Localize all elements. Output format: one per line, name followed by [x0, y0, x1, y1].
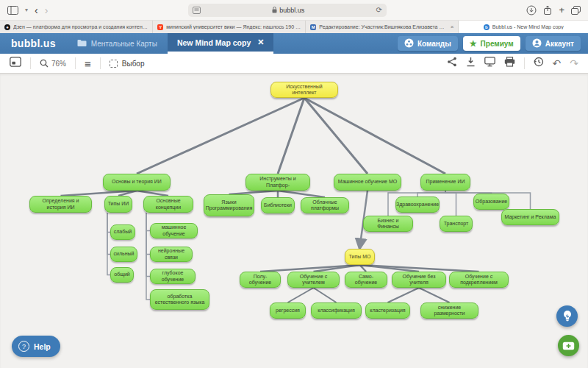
mindmap-edges	[0, 74, 588, 368]
dzen-favicon: ●	[4, 24, 10, 30]
mindmap-node-koncepcii[interactable]: Основные концепции	[143, 196, 193, 213]
help-button[interactable]: ? Help	[12, 336, 60, 357]
mindmap-node-podkrep[interactable]: Обучение с подкреплением	[449, 272, 509, 288]
edge-primenenie-zdravo	[417, 191, 445, 197]
account-icon	[532, 38, 542, 49]
refresh-icon[interactable]: ⟳	[376, 6, 382, 14]
document-tab[interactable]: New Mind Map copy ✕	[168, 33, 274, 54]
share-icon[interactable]	[543, 5, 552, 15]
zoom-control[interactable]: 76%	[40, 59, 66, 68]
browser-tab-yandex[interactable]: Y мининский университет вики — Яндекс: н…	[153, 21, 306, 33]
mindmap-node-osnovy[interactable]: Основы и теория ИИ	[103, 174, 171, 191]
tab-label: мининский университет вики — Яндекс: наш…	[166, 24, 301, 29]
mindmap-node-s_uchitelem[interactable]: Обучение с учителем	[287, 272, 340, 288]
editor-toolbar: 76% ≡ Выбор ↶ ↷	[0, 54, 588, 74]
mindmap-node-instrumenty[interactable]: Инструменты и Платфор-	[245, 174, 310, 191]
account-button[interactable]: Аккаунт	[526, 36, 581, 51]
question-mark-icon: ?	[18, 341, 29, 352]
mindmap-node-marketing[interactable]: Маркетинг и Реклама	[501, 209, 559, 225]
teams-icon	[404, 38, 414, 49]
new-tab-icon[interactable]: +	[559, 5, 564, 15]
mind-maps-nav[interactable]: Ментальные Карты	[67, 33, 168, 54]
download-icon[interactable]	[466, 57, 476, 70]
zoom-level: 76%	[51, 60, 66, 68]
edge-tipy_mo-podkrep	[360, 265, 479, 272]
lightbulb-icon	[562, 310, 573, 322]
add-node-button[interactable]	[558, 335, 579, 356]
mindmap-node-klassif[interactable]: классификация	[311, 302, 362, 319]
mindmap-node-mo[interactable]: Машинное обучение МО	[334, 174, 401, 191]
mindmap-node-regressiya[interactable]: регрессия	[270, 302, 306, 319]
mindmap-node-mash_obuch[interactable]: машинное обучение	[150, 223, 198, 238]
mindmap-node-obrabotka[interactable]: обработка естественного языка	[150, 289, 209, 310]
mindmap-node-zdravo[interactable]: Здравоохранение	[395, 197, 440, 213]
mindmap-node-snizhenie[interactable]: снижение размерности	[420, 302, 478, 319]
mindmap-node-tipy_mo[interactable]: Типы МО	[345, 249, 375, 265]
mindmap-node-polu[interactable]: Полу-обучение	[240, 272, 281, 288]
header-spacer	[273, 33, 397, 54]
undo-icon[interactable]: ↶	[553, 58, 562, 68]
mindmap-node-transport[interactable]: Транспорт	[440, 216, 473, 232]
edge-tipy_mo-polu	[260, 265, 360, 272]
present-icon[interactable]	[484, 57, 495, 70]
edge-s_uchitelem-regressiya	[288, 288, 314, 302]
document-close-icon[interactable]: ✕	[257, 38, 264, 47]
mindmap-node-primenenie[interactable]: Применение ИИ	[420, 174, 470, 191]
tips-button[interactable]	[556, 305, 578, 327]
mindmap-node-tipy_ii[interactable]: Типы ИИ	[104, 196, 132, 213]
mindmap-node-opredeleniya[interactable]: Определения и история ИИ	[29, 196, 92, 213]
document-tab-label: New Mind Map copy	[177, 38, 251, 47]
premium-label: Премиум	[481, 40, 514, 48]
fit-screen-icon[interactable]	[10, 57, 21, 70]
app-logo[interactable]: bubbl.us	[0, 33, 67, 54]
edge-bez_uch-snizhenie	[419, 288, 450, 302]
edge-root-primenenie	[304, 98, 445, 174]
forward-button[interactable]: ›	[45, 5, 49, 15]
select-tool[interactable]: Выбор	[110, 60, 145, 68]
downloads-icon[interactable]	[526, 5, 537, 15]
mindmap-node-oblachnye[interactable]: Облачные платформы	[301, 197, 349, 213]
sidebar-toggle-icon[interactable]	[7, 6, 18, 15]
browser-tab-mediawiki[interactable]: M Редактирование: Участник:Вишнякова Ели…	[306, 21, 459, 33]
app-header: bubbl.us Ментальные Карты New Mind Map c…	[0, 33, 588, 54]
history-icon[interactable]	[534, 57, 544, 70]
print-icon[interactable]	[504, 57, 515, 70]
divider	[524, 57, 525, 69]
mindmap-node-biznes[interactable]: Бизнес и Финансы	[363, 216, 413, 232]
mindmap-node-slabyj[interactable]: слабый	[110, 224, 135, 240]
redo-icon[interactable]: ↷	[570, 58, 578, 68]
tab-label: Дзен — платформа для просмотра и создани…	[13, 24, 148, 29]
premium-button[interactable]: ★ Премиум	[463, 36, 520, 51]
mindmap-node-obshchij[interactable]: общий	[110, 267, 134, 283]
mindmap-node-nejronnye[interactable]: нейронные связи	[150, 247, 193, 262]
mindmap-node-yazyki[interactable]: Языки Программирования	[204, 194, 254, 216]
mindmap-node-klaster[interactable]: кластеризация	[365, 302, 410, 319]
yandex-favicon: Y	[157, 24, 163, 30]
tab-close-icon[interactable]: ×	[451, 24, 454, 30]
tab-overview-icon[interactable]	[571, 6, 581, 15]
mindmap-node-biblioteki[interactable]: Библиотеки	[261, 197, 295, 213]
tab-label: Редактирование: Участник:Вишнякова Елиза…	[319, 24, 445, 29]
mindmap-node-bez_uch[interactable]: Обучение без учителя	[392, 272, 446, 288]
browser-tab-dzen[interactable]: ● Дзен — платформа для просмотра и созда…	[0, 21, 153, 33]
edge-tipy_ii-obshchij	[107, 213, 110, 275]
mediawiki-favicon: M	[310, 24, 316, 30]
mindmap-node-silnyj[interactable]: сильный	[110, 247, 137, 262]
mindmap-node-root[interactable]: Искусственный интеллект	[270, 82, 338, 98]
edge-primenenie-transport	[445, 191, 456, 216]
reader-icon[interactable]	[193, 7, 201, 14]
address-bar[interactable]: bubbl.us ⟳	[188, 4, 387, 17]
mindmap-node-obrazovanie[interactable]: Образование	[473, 194, 509, 210]
mindmap-node-glubokoe[interactable]: глубокое обучение	[150, 269, 196, 284]
menu-icon[interactable]: ≡	[85, 58, 91, 69]
browser-tab-bubbl[interactable]: b Bubbl.us - New Mind Map copy	[459, 21, 588, 33]
mindmap-canvas[interactable]: ? Help Искусственный интеллектОсновы и т…	[0, 74, 588, 368]
edge-root-osnovy	[137, 98, 304, 174]
star-icon: ★	[470, 39, 477, 49]
back-button[interactable]: ‹	[35, 5, 38, 15]
mind-maps-label: Ментальные Карты	[91, 40, 157, 48]
sidebar-chevron-icon[interactable]: ▾	[25, 7, 28, 13]
share-map-icon[interactable]	[447, 57, 457, 70]
teams-button[interactable]: Команды	[398, 36, 458, 51]
mindmap-node-samo[interactable]: Само-обучение	[345, 272, 387, 288]
